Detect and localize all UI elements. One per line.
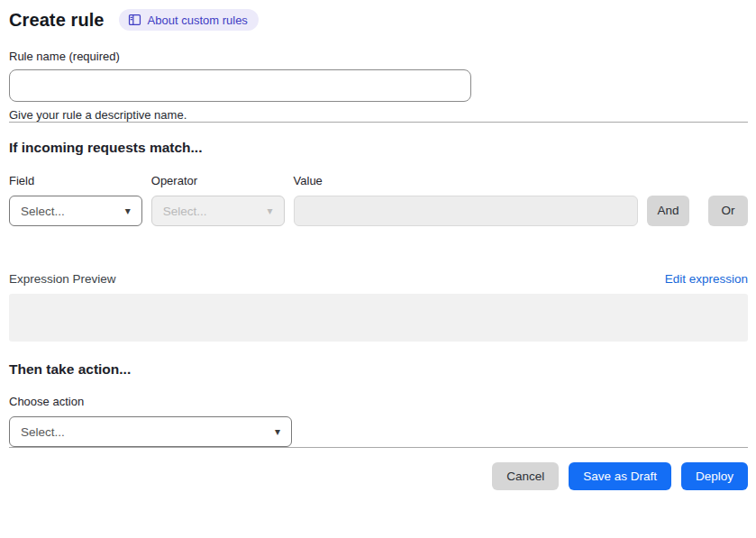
operator-select-value: Select...	[163, 205, 207, 218]
rule-name-section: Rule name (required) Give your rule a de…	[9, 50, 748, 122]
caret-down-icon: ▾	[125, 205, 131, 217]
operator-label: Operator	[151, 174, 285, 187]
action-section: Then take action... Choose action Select…	[9, 361, 748, 447]
choose-action-select[interactable]: Select... ▾	[9, 416, 292, 447]
choose-action-label: Choose action	[9, 395, 748, 408]
save-as-draft-button[interactable]: Save as Draft	[569, 462, 671, 490]
rule-name-helper: Give your rule a descriptive name.	[9, 108, 748, 122]
rule-name-label: Rule name (required)	[9, 50, 748, 63]
field-label: Field	[9, 174, 142, 187]
deploy-button[interactable]: Deploy	[681, 462, 748, 490]
and-or-group: And Or	[647, 196, 748, 226]
expression-header: Expression Preview Edit expression	[9, 272, 748, 286]
book-icon	[128, 14, 141, 26]
about-custom-rules-label: About custom rules	[148, 14, 248, 26]
choose-action-select-value: Select...	[21, 425, 65, 439]
value-column: Value	[294, 174, 638, 226]
value-input	[294, 196, 638, 226]
divider	[9, 447, 748, 448]
page-title: Create rule	[9, 10, 105, 31]
rule-name-input[interactable]	[9, 69, 471, 102]
operator-column: Operator Select... ▾	[151, 174, 285, 226]
value-label: Value	[294, 174, 638, 187]
action-section-heading: Then take action...	[9, 361, 748, 378]
footer: Cancel Save as Draft Deploy	[9, 447, 748, 490]
page-header: Create rule About custom rules	[9, 9, 748, 31]
create-rule-page: Create rule About custom rules Rule name…	[9, 9, 748, 490]
about-custom-rules-link[interactable]: About custom rules	[119, 9, 259, 31]
expression-preview-box	[9, 294, 748, 342]
cancel-button[interactable]: Cancel	[492, 462, 559, 490]
field-column: Field Select... ▾	[9, 174, 142, 226]
expression-preview-label: Expression Preview	[9, 272, 116, 286]
match-section-heading: If incoming requests match...	[9, 140, 748, 156]
operator-select: Select... ▾	[151, 196, 285, 226]
edit-expression-link[interactable]: Edit expression	[665, 272, 748, 286]
divider	[9, 122, 748, 123]
caret-down-icon: ▾	[268, 205, 273, 217]
field-select-value: Select...	[21, 205, 65, 218]
match-section: If incoming requests match... Field Sele…	[9, 140, 748, 226]
footer-buttons: Cancel Save as Draft Deploy	[9, 462, 748, 490]
caret-down-icon: ▾	[275, 425, 280, 438]
expression-section: Expression Preview Edit expression	[9, 272, 748, 342]
or-button[interactable]: Or	[708, 196, 748, 226]
condition-row: Field Select... ▾ Operator Select... ▾ V…	[9, 174, 748, 226]
and-button[interactable]: And	[647, 196, 689, 226]
field-select[interactable]: Select... ▾	[9, 196, 142, 226]
